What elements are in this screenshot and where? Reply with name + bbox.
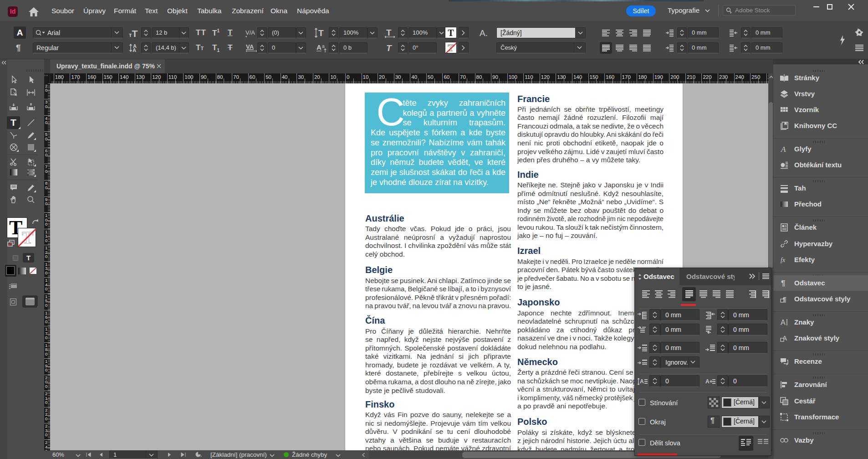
svg-text:fx: fx: [781, 257, 786, 263]
svg-text:V/A: V/A: [245, 29, 255, 36]
svg-text:T: T: [318, 28, 324, 38]
svg-text:A: A: [640, 378, 644, 385]
svg-text:¶: ¶: [781, 279, 785, 288]
svg-text:T: T: [386, 28, 392, 37]
svg-text:A: A: [781, 145, 786, 154]
svg-text:a: a: [322, 44, 325, 49]
svg-text:VA: VA: [246, 43, 254, 50]
svg-text:A: A: [133, 47, 136, 52]
svg-text:A: A: [781, 319, 786, 326]
svg-text:A+: A+: [705, 378, 713, 385]
svg-text:A: A: [317, 43, 322, 51]
